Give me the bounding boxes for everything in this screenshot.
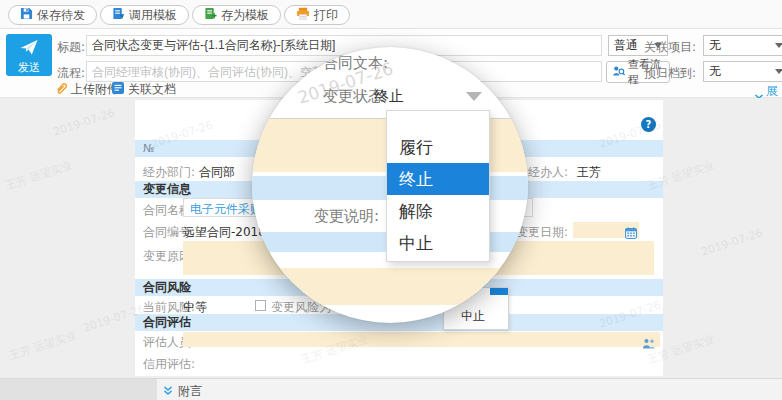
related-project-value: 无: [709, 37, 721, 54]
archive-label: 预归档到:: [644, 65, 696, 82]
note-toggle[interactable]: 附言: [163, 383, 202, 400]
print-icon: [296, 7, 310, 23]
related-project-label: 关联项目:: [644, 39, 696, 56]
dept-value: 合同部: [199, 164, 235, 181]
section-risk-label: 合同风险: [143, 280, 191, 294]
dept-label: 经办部门:: [143, 164, 195, 181]
chevron-down-icon: [775, 69, 782, 74]
print-button[interactable]: 打印: [284, 5, 350, 25]
dropdown-option-zhongzhi-selected[interactable]: 终止: [387, 163, 489, 195]
dropdown-option-lvxing[interactable]: 履行: [387, 131, 489, 163]
section-eval-label: 合同评估: [143, 315, 191, 329]
footer-bar: 附言: [0, 378, 782, 400]
contract-change-page: 保存待发 调用模板 存为模板 打印 发送 标题: 普通 关联项目: 无: [0, 0, 782, 400]
dropdown-option-zhongzhi2[interactable]: 中止: [387, 227, 489, 259]
serial-label: №: [143, 142, 154, 155]
load-template-button[interactable]: 调用模板: [100, 5, 189, 25]
change-date-input[interactable]: [573, 222, 639, 238]
related-doc-link[interactable]: 关联文档: [112, 81, 176, 98]
save-pending-label: 保存待发: [37, 7, 85, 24]
flow-label: 流程:: [57, 65, 85, 82]
upload-attachment-link[interactable]: 上传附件: [55, 81, 119, 98]
note-label: 附言: [178, 383, 202, 400]
people-icon[interactable]: [642, 334, 656, 353]
title-label: 标题:: [57, 39, 85, 56]
operator-value: 王芳: [577, 164, 601, 181]
chevron-down-icon: [775, 43, 782, 48]
paperclip-icon: [55, 82, 67, 98]
change-state-dropdown: 履行 终止 解除 中止: [386, 110, 490, 262]
priority-value: 普通: [614, 37, 638, 54]
save-pending-button[interactable]: 保存待发: [8, 5, 97, 25]
send-label: 发送: [6, 60, 52, 75]
archive-select[interactable]: 无: [703, 61, 782, 82]
title-input[interactable]: [86, 35, 602, 56]
template-save-icon: [204, 7, 217, 23]
document-icon: [112, 82, 124, 97]
change-desc-label: 变更说明:: [314, 207, 379, 226]
change-risk-checkbox[interactable]: [255, 300, 266, 311]
evaluator-input[interactable]: [183, 332, 660, 347]
chevron-down-icon[interactable]: [466, 92, 482, 101]
credit-label: 信用评估:: [143, 356, 195, 373]
template-load-icon: [112, 7, 125, 23]
toolbar: 保存待发 调用模板 存为模板 打印: [0, 0, 782, 29]
help-icon[interactable]: ?: [641, 117, 656, 132]
footer-left-block: [0, 379, 157, 400]
print-label: 打印: [314, 7, 338, 24]
view-flow-icon: [612, 65, 625, 80]
background-dropdown-selected-strip: [490, 288, 508, 295]
contract-name-link[interactable]: 电子元件采购: [190, 201, 262, 218]
send-button[interactable]: 发送: [6, 34, 52, 76]
section-change-label: 变更信息: [143, 182, 191, 196]
related-project-select[interactable]: 无: [703, 35, 782, 56]
magnifier-circle: 2019-07-26 合同文本: 变更状态: 终止 变更说明: 履行 终止 解除…: [252, 47, 528, 323]
archive-value: 无: [709, 63, 721, 80]
dropdown-option-jiechu[interactable]: 解除: [387, 195, 489, 227]
save-icon: [20, 7, 33, 23]
change-state-value: 终止: [374, 87, 404, 106]
related-doc-label: 关联文档: [128, 81, 176, 98]
chevron-double-down-icon: [163, 385, 173, 399]
save-as-template-button[interactable]: 存为模板: [192, 5, 281, 25]
save-as-template-label: 存为模板: [221, 7, 269, 24]
operator-label: 经办人:: [528, 164, 568, 181]
paper-plane-icon: [19, 39, 39, 56]
background-dropdown-option[interactable]: 中止: [461, 308, 485, 325]
load-template-label: 调用模板: [129, 7, 177, 24]
